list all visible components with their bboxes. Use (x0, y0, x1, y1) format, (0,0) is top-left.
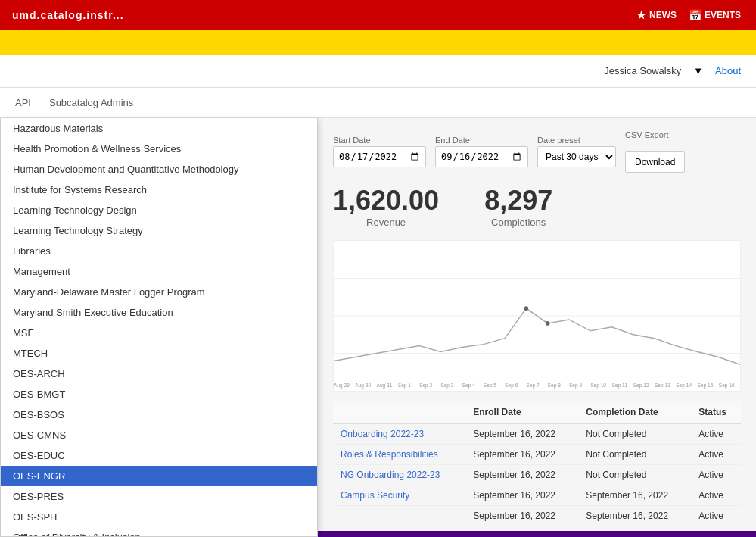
date-preset-group: Date preset Past 30 days Past 7 days Pas… (537, 136, 616, 167)
dropdown-item[interactable]: MTECH (1, 343, 317, 364)
enroll-date-cell: September 16, 2022 (465, 485, 578, 506)
svg-text:Sep 4: Sep 4 (462, 382, 475, 389)
dropdown-item[interactable]: OES-ARCH (1, 364, 317, 384)
stats-row: 1,620.00 Revenue 8,297 Completions (333, 185, 741, 228)
svg-text:Sep 3: Sep 3 (440, 382, 453, 389)
sub-nav-api[interactable]: API (15, 94, 31, 111)
completions-stat: 8,297 Completions (484, 185, 552, 228)
completion-date-cell: September 16, 2022 (578, 485, 691, 506)
svg-text:Sep 10: Sep 10 (590, 382, 606, 389)
course-name-cell[interactable]: Campus Security (333, 485, 465, 506)
dropdown-item[interactable]: OES-CMNS (1, 425, 317, 445)
revenue-stat: 1,620.00 Revenue (333, 185, 439, 228)
dropdown-item[interactable]: Office of Diversity & Inclusion (1, 527, 317, 537)
svg-text:Sep 11: Sep 11 (611, 382, 627, 389)
header-top: umd.catalog.instr... ★ NEWS 📅 EVENTS (0, 0, 756, 30)
svg-text:Aug 31: Aug 31 (377, 382, 393, 389)
course-name-cell[interactable]: NG Onboarding 2022-23 (333, 465, 465, 485)
svg-text:Sep 15: Sep 15 (697, 382, 713, 389)
dropdown-item[interactable]: Learning Technology Strategy (1, 220, 317, 241)
dropdown-item[interactable]: Learning Technology Design (1, 200, 317, 220)
completions-label: Completions (484, 217, 552, 228)
revenue-value: 1,620.00 (333, 185, 439, 217)
svg-text:Sep 7: Sep 7 (526, 382, 539, 389)
end-date-label: End Date (435, 136, 528, 145)
dropdown-item[interactable]: Management (1, 261, 317, 282)
dropdown-item[interactable]: Human Development and Quantitative Metho… (1, 159, 317, 180)
completion-date-cell: Not Completed (578, 465, 691, 485)
enroll-date-cell: September 16, 2022 (465, 445, 578, 465)
filter-row: Start Date End Date Date preset Past 30 … (333, 130, 741, 173)
enroll-date-cell: September 16, 2022 (465, 506, 578, 526)
completion-date-cell: September 16, 2022 (578, 506, 691, 526)
status-cell: Active (691, 506, 741, 526)
svg-text:Aug 29: Aug 29 (334, 382, 350, 389)
enroll-date-cell: September 16, 2022 (465, 465, 578, 485)
dropdown-item[interactable]: Health Promotion & Wellness Services (1, 139, 317, 159)
star-icon: ★ (636, 9, 646, 21)
svg-point-22 (524, 306, 529, 311)
main-content: Hazardous MaterialsHealth Promotion & We… (0, 118, 756, 537)
completions-value: 8,297 (484, 185, 552, 217)
start-date-input[interactable] (333, 146, 426, 167)
table-row: September 16, 2022 September 16, 2022 Ac… (333, 506, 741, 526)
user-name[interactable]: Jessica Sowalsky (604, 65, 681, 76)
svg-text:Sep 13: Sep 13 (655, 382, 670, 389)
events-button[interactable]: 📅 EVENTS (689, 9, 741, 21)
dropdown-item[interactable]: Maryland-Delaware Master Logger Program (1, 282, 317, 302)
table-row: Roles & Responsibilities September 16, 2… (333, 445, 741, 465)
status-cell: Active (691, 445, 741, 465)
dropdown-item[interactable]: MSE (1, 323, 317, 343)
about-link[interactable]: About (715, 65, 741, 76)
status-cell: Active (691, 465, 741, 485)
dropdown-item[interactable]: OES-BMGT (1, 384, 317, 404)
calendar-icon: 📅 (689, 9, 702, 21)
svg-text:Sep 2: Sep 2 (419, 382, 432, 389)
svg-point-23 (546, 321, 550, 326)
dropdown-item[interactable]: Libraries (1, 241, 317, 261)
header-actions: ★ NEWS 📅 EVENTS (636, 9, 741, 21)
col-header-name (333, 401, 465, 424)
svg-text:Sep 16: Sep 16 (719, 382, 735, 389)
dropdown-item[interactable]: OES-BSOS (1, 404, 317, 425)
sub-nav: API Subcatalog Admins (0, 88, 756, 118)
status-cell: Active (691, 424, 741, 445)
end-date-input[interactable] (435, 146, 528, 167)
subcatalog-dropdown[interactable]: Hazardous MaterialsHealth Promotion & We… (0, 118, 318, 537)
col-header-completion-date: Completion Date (578, 401, 691, 424)
dropdown-item[interactable]: Institute for Systems Research (1, 180, 317, 200)
revenue-label: Revenue (333, 217, 439, 228)
dropdown-item[interactable]: OES-SPH (1, 507, 317, 527)
svg-text:Sep 8: Sep 8 (548, 382, 561, 389)
download-button[interactable]: Download (625, 151, 685, 173)
date-preset-select[interactable]: Past 30 days Past 7 days Past 90 days (537, 146, 616, 167)
sub-nav-subcatalog-admins[interactable]: Subcatalog Admins (49, 94, 133, 111)
dropdown-item[interactable]: OES-ENGR (1, 466, 317, 486)
logo-area: umd.catalog.instr... (0, 0, 318, 30)
col-header-enroll-date: Enroll Date (465, 401, 578, 424)
site-url: umd.catalog.instr... (12, 9, 124, 21)
course-name-cell[interactable]: Onboarding 2022-23 (333, 424, 465, 445)
completion-date-cell: Not Completed (578, 424, 691, 445)
svg-text:Aug 30: Aug 30 (355, 382, 371, 389)
csv-export-group: CSV Export Download (625, 130, 685, 173)
course-name-cell[interactable]: Roles & Responsibilities (333, 445, 465, 465)
col-header-status: Status (691, 401, 741, 424)
dropdown-item[interactable]: Maryland Smith Executive Education (1, 302, 317, 323)
dropdown-item[interactable]: OES-EDUC (1, 445, 317, 466)
chart-area: Aug 29 Aug 30 Aug 31 Sep 1 Sep 2 Sep 3 S… (333, 240, 741, 392)
dropdown-item[interactable]: Hazardous Materials (1, 118, 317, 139)
svg-text:Sep 6: Sep 6 (505, 382, 518, 389)
completion-date-cell: Not Completed (578, 445, 691, 465)
news-button[interactable]: ★ NEWS (636, 9, 677, 21)
svg-text:Sep 9: Sep 9 (569, 382, 582, 389)
yellow-bar (0, 30, 756, 55)
nav-bar: Jessica Sowalsky ▼ About (0, 55, 756, 88)
user-dropdown-icon[interactable]: ▼ (693, 65, 703, 76)
dropdown-item[interactable]: OES-PRES (1, 486, 317, 507)
end-date-group: End Date (435, 136, 528, 167)
csv-export-label: CSV Export (625, 130, 685, 139)
course-name-cell[interactable] (333, 506, 465, 526)
enroll-date-cell: September 16, 2022 (465, 424, 578, 445)
table-row: Campus Security September 16, 2022 Septe… (333, 485, 741, 506)
